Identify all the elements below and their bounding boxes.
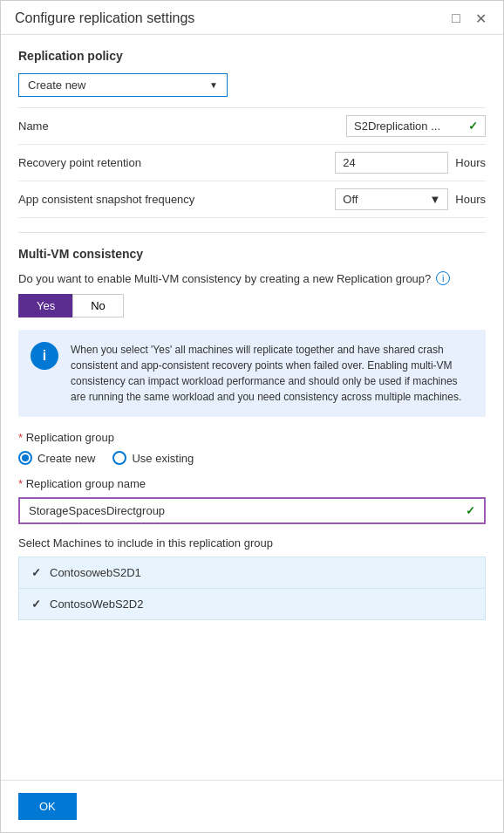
replication-group-name-section: * Replication group name StorageSpacesDi… [18, 477, 486, 524]
name-input[interactable]: S2Dreplication ... ✓ [346, 115, 486, 137]
replication-policy-dropdown-row: Create new ▼ [18, 73, 486, 97]
chevron-down-icon: ▼ [209, 80, 218, 90]
replication-policy-title: Replication policy [18, 49, 486, 63]
toggle-no-button[interactable]: No [72, 294, 124, 317]
replication-group-name-label-text: Replication group name [26, 477, 146, 490]
name-input-value: S2Dreplication ... [354, 119, 440, 133]
info-icon[interactable]: i [436, 271, 450, 285]
name-control: S2Dreplication ... ✓ [346, 115, 486, 137]
replication-policy-fields: Name S2Dreplication ... ✓ Recovery point… [18, 107, 486, 218]
radio-use-existing-label: Use existing [132, 452, 194, 465]
radio-use-existing-input[interactable] [112, 451, 126, 465]
multivm-title: Multi-VM consistency [18, 247, 486, 261]
machine-name-2: ContosoWebS2D2 [50, 597, 143, 611]
minimize-button[interactable]: □ [447, 10, 465, 27]
machine-check-icon-1: ✓ [31, 566, 41, 579]
replication-group-radio-group: Create new Use existing [18, 451, 486, 465]
snapshot-frequency-label: App consistent snapshot frequency [18, 193, 335, 206]
replication-name-check-icon: ✓ [466, 504, 475, 517]
recovery-point-control: Hours [335, 152, 486, 174]
recovery-point-unit: Hours [455, 156, 486, 169]
title-bar: Configure replication settings □ ✕ [1, 1, 503, 35]
info-box-icon: i [31, 342, 58, 370]
radio-create-new[interactable]: Create new [18, 451, 95, 465]
name-field-row: Name S2Dreplication ... ✓ [18, 107, 486, 145]
replication-policy-dropdown-value: Create new [28, 79, 85, 92]
multivm-question-row: Do you want to enable Multi-VM consisten… [18, 271, 486, 285]
toggle-yes-button[interactable]: Yes [18, 294, 72, 317]
snapshot-frequency-control: Off ▼ Hours [335, 188, 486, 210]
machine-name-1: ContosowebS2D1 [50, 566, 141, 579]
radio-create-new-label: Create new [37, 452, 95, 465]
recovery-point-label: Recovery point retention [18, 156, 335, 169]
name-label: Name [18, 119, 346, 133]
snapshot-frequency-unit: Hours [455, 193, 486, 206]
check-icon: ✓ [468, 119, 478, 133]
machine-list: ✓ ContosowebS2D1 ✓ ContosoWebS2D2 [18, 556, 486, 620]
dialog-title: Configure replication settings [15, 10, 194, 26]
info-box-text: When you select 'Yes' all machines will … [71, 342, 473, 405]
replication-group-label: * Replication group [18, 431, 486, 444]
close-button[interactable]: ✕ [472, 10, 489, 27]
multivm-question-text: Do you want to enable Multi-VM consisten… [18, 272, 431, 285]
replication-policy-dropdown[interactable]: Create new ▼ [18, 73, 228, 97]
machine-item-2: ✓ ContosoWebS2D2 [19, 589, 485, 619]
multivm-section: Multi-VM consistency Do you want to enab… [18, 247, 486, 620]
title-bar-buttons: □ ✕ [447, 10, 489, 27]
machines-section: Select Machines to include in this repli… [18, 536, 486, 620]
required-star-2: * [18, 477, 23, 490]
radio-use-existing[interactable]: Use existing [112, 451, 194, 465]
replication-group-name-value: StorageSpacesDirectgroup [29, 504, 165, 517]
replication-group-name-field[interactable]: StorageSpacesDirectgroup ✓ [18, 497, 486, 524]
machines-label: Select Machines to include in this repli… [18, 536, 486, 550]
recovery-point-row: Recovery point retention Hours [18, 145, 486, 181]
radio-create-new-input[interactable] [18, 451, 32, 465]
snapshot-frequency-value: Off [343, 193, 358, 206]
machine-item-1: ✓ ContosowebS2D1 [19, 557, 485, 589]
machine-check-icon-2: ✓ [31, 597, 41, 611]
snapshot-frequency-select[interactable]: Off ▼ [335, 188, 448, 210]
replication-group-section: * Replication group Create new Use exist… [18, 431, 486, 465]
recovery-point-input[interactable] [335, 152, 448, 174]
divider-1 [18, 232, 486, 233]
replication-group-label-text: Replication group [26, 431, 114, 444]
ok-button[interactable]: OK [18, 793, 77, 820]
chevron-down-icon: ▼ [429, 193, 440, 206]
snapshot-frequency-row: App consistent snapshot frequency Off ▼ … [18, 181, 486, 218]
replication-group-name-label: * Replication group name [18, 477, 486, 490]
dialog-content: Replication policy Create new ▼ Name S2D… [1, 35, 503, 780]
multivm-toggle-group: Yes No [18, 294, 486, 317]
dialog-footer: OK [1, 780, 503, 832]
required-star: * [18, 431, 23, 444]
multivm-info-box: i When you select 'Yes' all machines wil… [18, 330, 486, 417]
configure-replication-dialog: Configure replication settings □ ✕ Repli… [0, 0, 504, 833]
